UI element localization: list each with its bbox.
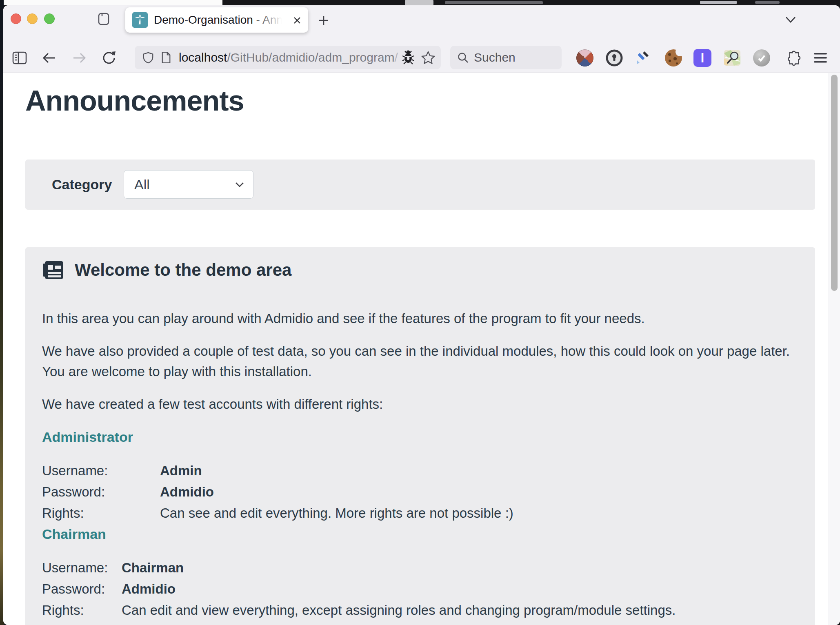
sidebar-toggle-icon <box>12 51 27 65</box>
background-window-fragment <box>405 0 433 5</box>
tab-strip: Demo-Organisation - Announcements <box>3 5 840 43</box>
purple-l-icon: l <box>693 49 711 67</box>
accounts-paragraph: We have created a few test accounts with… <box>42 394 799 414</box>
newspaper-icon <box>42 260 64 280</box>
bug-icon[interactable] <box>401 49 416 66</box>
search-placeholder: Suchen <box>474 51 516 64</box>
announcement-card: Welcome to the demo area In this area yo… <box>25 247 815 625</box>
administrator-table: Username: Admin Password: Admidio Rights… <box>42 460 799 524</box>
linkding-extension-button[interactable]: l <box>693 48 712 68</box>
intro-paragraph: In this area you can play around with Ad… <box>42 308 799 329</box>
account-heading-chairman: Chairman <box>42 524 799 544</box>
onepassword-icon <box>606 49 623 66</box>
row-value: Can edit and view everything, except ass… <box>122 600 676 621</box>
tab-list-button[interactable] <box>782 11 799 28</box>
firefox-view-button[interactable] <box>96 11 112 27</box>
reload-icon <box>101 50 117 66</box>
chevron-down-icon <box>235 182 244 188</box>
forward-icon <box>71 51 87 64</box>
page-icon[interactable] <box>161 51 171 64</box>
account-heading-administrator: Administrator <box>42 427 799 447</box>
row-label: Rights: <box>42 600 122 621</box>
search-icon <box>457 51 469 64</box>
table-row: Username: Chairman <box>42 557 799 578</box>
row-value: Admidio <box>160 481 214 503</box>
extensions-button[interactable] <box>783 48 802 68</box>
row-value: Admin <box>160 460 202 481</box>
back-icon <box>41 51 58 64</box>
firefox-view-icon <box>96 11 111 27</box>
tab-close-button[interactable] <box>291 14 303 27</box>
colorpicker-extension-button[interactable] <box>632 48 652 68</box>
menu-button[interactable] <box>811 48 830 68</box>
url-text: localhost/GitHub/admidio/adm_program/ <box>179 51 398 64</box>
puzzle-icon <box>784 50 801 66</box>
bookmark-star-icon[interactable] <box>421 51 435 64</box>
table-row: Password: Admidio <box>42 578 799 600</box>
navigation-toolbar: localhost/GitHub/admidio/adm_program/ <box>3 43 840 73</box>
test-data-paragraph: We have also provided a couple of test d… <box>42 341 799 382</box>
url-trailing-slash: / <box>395 51 398 64</box>
eyedropper-icon <box>633 49 651 66</box>
table-row: Password: Admidio <box>42 481 799 503</box>
filter-panel: Category All <box>25 160 815 210</box>
category-select[interactable]: All <box>124 170 253 199</box>
category-label: Category <box>52 177 112 193</box>
hamburger-menu-icon <box>813 52 827 64</box>
search-field[interactable]: Suchen <box>450 46 562 69</box>
map-search-icon <box>723 49 741 67</box>
row-value: Admidio <box>122 578 176 600</box>
page-title: Announcements <box>25 84 244 117</box>
chairman-table: Username: Chairman Password: Admidio Rig… <box>42 557 799 621</box>
close-icon <box>292 16 302 25</box>
admidio-favicon <box>132 12 148 28</box>
scrollbar[interactable] <box>829 73 840 625</box>
row-label: Username: <box>42 460 160 481</box>
check-circle-icon <box>753 49 770 66</box>
onepassword-extension-button[interactable] <box>604 48 624 68</box>
background-window-fragment <box>755 1 780 4</box>
row-value: Can see and edit everything. More rights… <box>160 503 513 524</box>
row-label: Username: <box>42 557 122 578</box>
cookie-extension-button[interactable] <box>664 48 683 68</box>
browser-window: Demo-Organisation - Announcements <box>3 5 840 625</box>
category-selected-value: All <box>134 177 150 193</box>
sidebar-toggle-button[interactable] <box>10 49 29 67</box>
url-path: /GitHub/admidio/adm_program <box>227 51 394 64</box>
background-window-light-area <box>3 0 222 5</box>
containers-avatar-icon <box>576 49 593 66</box>
traffic-light-zoom[interactable] <box>44 13 55 24</box>
tab-title-fade <box>252 7 289 33</box>
row-label: Password: <box>42 481 160 503</box>
url-host: localhost <box>179 51 227 64</box>
map-extension-button[interactable] <box>722 48 742 68</box>
row-label: Password: <box>42 578 122 600</box>
table-row: Rights: Can see and edit everything. Mor… <box>42 503 799 524</box>
card-title: Welcome to the demo area <box>75 260 291 280</box>
background-window-fragment <box>445 1 543 4</box>
row-label: Rights: <box>42 503 160 524</box>
cookie-icon <box>664 49 682 67</box>
account-heading-member: Member <box>42 621 799 625</box>
new-tab-button[interactable] <box>316 12 332 29</box>
scrollbar-thumb[interactable] <box>831 75 838 291</box>
containers-extension-button[interactable] <box>575 48 595 68</box>
checker-extension-button[interactable] <box>752 48 771 68</box>
shield-icon[interactable] <box>142 51 154 64</box>
page-content: Announcements Category All <box>3 73 840 625</box>
url-bar[interactable]: localhost/GitHub/admidio/adm_program/ <box>135 46 441 69</box>
back-button[interactable] <box>40 49 59 67</box>
card-header: Welcome to the demo area <box>42 259 799 281</box>
chevron-down-icon <box>784 16 797 24</box>
browser-tab[interactable]: Demo-Organisation - Announcements <box>125 7 308 33</box>
reload-button[interactable] <box>100 49 118 67</box>
table-row: Username: Admin <box>42 460 799 481</box>
background-window-fragment <box>700 1 737 4</box>
plus-icon <box>318 14 330 27</box>
row-value: Chairman <box>122 557 184 578</box>
forward-button[interactable] <box>70 49 89 67</box>
traffic-light-minimize[interactable] <box>27 13 38 24</box>
table-row: Rights: Can edit and view everything, ex… <box>42 600 799 621</box>
traffic-light-close[interactable] <box>11 13 21 24</box>
